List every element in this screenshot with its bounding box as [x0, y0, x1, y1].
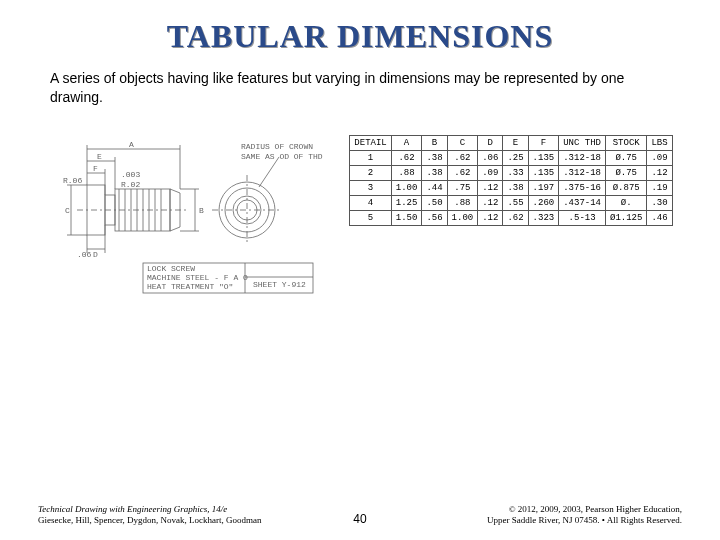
col-b: B	[422, 135, 447, 150]
svg-text:F: F	[93, 164, 98, 173]
svg-text:MACHINE STEEL - F A O: MACHINE STEEL - F A O	[147, 273, 248, 282]
table-cell: Ø.	[606, 195, 647, 210]
table-cell: .197	[528, 180, 559, 195]
table-cell: .12	[647, 165, 672, 180]
table-row: 2.88.38.62.09.33.135.312-18Ø.75.12	[350, 165, 672, 180]
table-row: 41.25.50.88.12.55.260.437-14Ø..30	[350, 195, 672, 210]
table-cell: .62	[447, 165, 478, 180]
table-cell: .135	[528, 165, 559, 180]
table-cell: .62	[503, 210, 528, 225]
svg-text:C: C	[65, 206, 70, 215]
table-cell: Ø.875	[606, 180, 647, 195]
book-title: Technical Drawing with Engineering Graph…	[38, 504, 227, 514]
table-cell: .30	[647, 195, 672, 210]
description-text: A series of objects having like features…	[50, 69, 670, 107]
col-c: C	[447, 135, 478, 150]
table-cell: .437-14	[559, 195, 606, 210]
table-row: 31.00.44.75.12.38.197.375-16Ø.875.19	[350, 180, 672, 195]
col-lbs: LBS	[647, 135, 672, 150]
svg-text:SAME AS OD OF THD: SAME AS OD OF THD	[241, 152, 323, 161]
table-cell: .12	[478, 195, 503, 210]
table-cell: .19	[647, 180, 672, 195]
table-cell: .5-13	[559, 210, 606, 225]
table-cell: 1	[350, 150, 391, 165]
table-cell: .88	[391, 165, 422, 180]
col-detail: DETAIL	[350, 135, 391, 150]
table-cell: .09	[478, 165, 503, 180]
svg-text:R.02: R.02	[121, 180, 140, 189]
col-e: E	[503, 135, 528, 150]
table-row: 1.62.38.62.06.25.135.312-18Ø.75.09	[350, 150, 672, 165]
dimensions-table: DETAIL A B C D E F UNC THD STOCK LBS 1.6…	[349, 135, 672, 226]
table-cell: .46	[647, 210, 672, 225]
table-cell: .62	[391, 150, 422, 165]
table-cell: .38	[422, 165, 447, 180]
table-cell: Ø1.125	[606, 210, 647, 225]
col-stock: STOCK	[606, 135, 647, 150]
table-cell: .88	[447, 195, 478, 210]
svg-text:.06: .06	[77, 250, 92, 259]
table-cell: 1.00	[447, 210, 478, 225]
svg-text:A: A	[129, 140, 134, 149]
table-cell: .38	[503, 180, 528, 195]
table-cell: .312-18	[559, 150, 606, 165]
footer-right: © 2012, 2009, 2003, Pearson Higher Educa…	[487, 504, 682, 526]
table-cell: .25	[503, 150, 528, 165]
svg-text:LOCK SCREW: LOCK SCREW	[147, 264, 195, 273]
table-cell: .375-16	[559, 180, 606, 195]
svg-line-34	[259, 157, 279, 187]
table-cell: .12	[478, 210, 503, 225]
table-cell: .38	[422, 150, 447, 165]
col-a: A	[391, 135, 422, 150]
page-title: TABULAR DIMENSIONS	[0, 18, 720, 55]
table-cell: .323	[528, 210, 559, 225]
table-cell: .12	[478, 180, 503, 195]
svg-text:B: B	[199, 206, 204, 215]
svg-text:HEAT TREATMENT "O": HEAT TREATMENT "O"	[147, 282, 233, 291]
page-number: 40	[353, 512, 366, 526]
authors: Giesecke, Hill, Spencer, Dygdon, Novak, …	[38, 515, 262, 525]
table-cell: 2	[350, 165, 391, 180]
table-row: 51.50.561.00.12.62.323.5-13Ø1.125.46	[350, 210, 672, 225]
table-cell: .312-18	[559, 165, 606, 180]
table-header-row: DETAIL A B C D E F UNC THD STOCK LBS	[350, 135, 672, 150]
table-cell: 1.00	[391, 180, 422, 195]
table-cell: 3	[350, 180, 391, 195]
table-cell: .09	[647, 150, 672, 165]
table-cell: 1.25	[391, 195, 422, 210]
col-f: F	[528, 135, 559, 150]
table-cell: .33	[503, 165, 528, 180]
table-cell: .50	[422, 195, 447, 210]
engineering-drawing: A E F C D B R.06 .003 R.02 .06 RADIUS OF…	[47, 117, 337, 297]
svg-text:RADIUS OF CROWN: RADIUS OF CROWN	[241, 142, 313, 151]
table-cell: Ø.75	[606, 150, 647, 165]
table-cell: .62	[447, 150, 478, 165]
col-thd: UNC THD	[559, 135, 606, 150]
table-cell: .260	[528, 195, 559, 210]
table-cell: .56	[422, 210, 447, 225]
svg-text:R.06: R.06	[63, 176, 82, 185]
svg-text:SHEET Y-912: SHEET Y-912	[253, 280, 306, 289]
svg-text:.003: .003	[121, 170, 140, 179]
col-d: D	[478, 135, 503, 150]
address: Upper Saddle River, NJ 07458. • All Righ…	[487, 515, 682, 525]
table-cell: 4	[350, 195, 391, 210]
svg-text:E: E	[97, 152, 102, 161]
table-cell: .135	[528, 150, 559, 165]
copyright: © 2012, 2009, 2003, Pearson Higher Educa…	[509, 504, 682, 514]
table-cell: .44	[422, 180, 447, 195]
table-cell: 1.50	[391, 210, 422, 225]
table-cell: Ø.75	[606, 165, 647, 180]
table-cell: .75	[447, 180, 478, 195]
figure-container: A E F C D B R.06 .003 R.02 .06 RADIUS OF…	[0, 117, 720, 297]
table-cell: .06	[478, 150, 503, 165]
table-cell: 5	[350, 210, 391, 225]
table-cell: .55	[503, 195, 528, 210]
footer-left: Technical Drawing with Engineering Graph…	[38, 504, 262, 526]
svg-text:D: D	[93, 250, 98, 259]
